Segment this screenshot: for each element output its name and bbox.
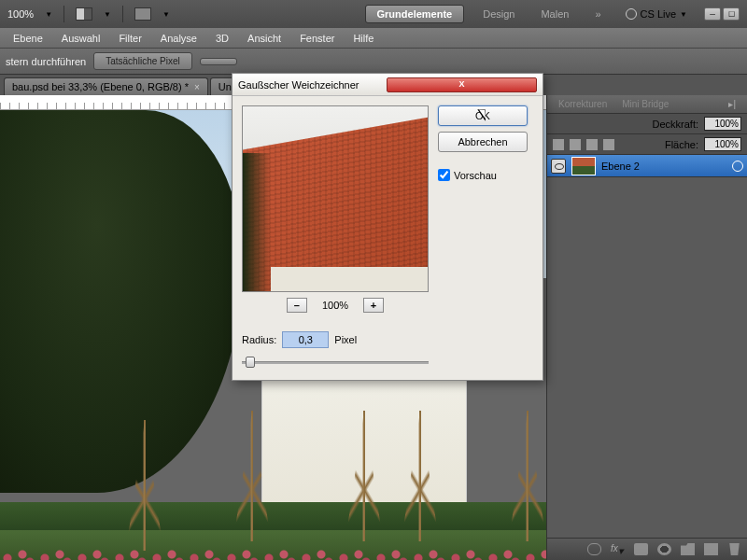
layer-style-icon[interactable]: [732, 161, 743, 172]
menu-bar: Ebene Auswahl Filter Analyse 3D Ansicht …: [0, 28, 747, 49]
menu-ansicht[interactable]: Ansicht: [240, 31, 289, 46]
lock-icon[interactable]: [553, 139, 564, 150]
panel-tab-minibridge[interactable]: Mini Bridge: [614, 97, 676, 111]
actual-pixels-button[interactable]: Tatsächliche Pixel: [93, 52, 191, 70]
group-icon[interactable]: [681, 543, 695, 555]
menu-filter[interactable]: Filter: [111, 31, 148, 46]
document-tab-1[interactable]: bau.psd bei 33,3% (Ebene 0, RGB/8) *×: [4, 77, 208, 95]
close-tab-icon[interactable]: ×: [194, 82, 200, 92]
gaussian-blur-dialog: Gaußscher Weichzeichner X – 100% + Radiu…: [232, 73, 543, 381]
pixel-label: Pixel: [334, 334, 357, 345]
zoom-in-button[interactable]: +: [363, 298, 384, 313]
opacity-input[interactable]: [704, 117, 741, 131]
ok-button[interactable]: OK: [438, 105, 528, 126]
radius-label: Radius:: [242, 334, 276, 345]
slider-thumb[interactable]: [246, 357, 255, 368]
link-icon[interactable]: [587, 543, 601, 555]
preview-checkbox-label: Vorschau: [454, 170, 497, 181]
preview-checkbox[interactable]: [438, 169, 450, 181]
fill-input[interactable]: [704, 137, 741, 151]
options-label: stern durchführen: [6, 56, 86, 67]
preview-zoom: 100%: [322, 300, 348, 311]
layers-footer: fx▾: [547, 538, 747, 560]
lock-pixels-icon[interactable]: [570, 139, 581, 150]
layer-row[interactable]: Ebene 2: [547, 155, 747, 177]
layer-name: Ebene 2: [601, 161, 640, 172]
workspace-design[interactable]: Design: [475, 8, 522, 20]
menu-hilfe[interactable]: Hilfe: [345, 31, 381, 46]
panel-menu-icon[interactable]: ▸|: [721, 97, 743, 111]
new-layer-icon[interactable]: [704, 543, 718, 555]
tab-label: bau.psd bei 33,3% (Ebene 0, RGB/8) *: [12, 81, 189, 92]
screen-mode-icon[interactable]: [76, 7, 92, 21]
maximize-icon[interactable]: ☐: [723, 7, 740, 21]
zoom-level[interactable]: 100%: [7, 8, 34, 20]
adjustment-icon[interactable]: [657, 543, 671, 555]
visibility-icon[interactable]: [551, 159, 566, 174]
fill-label: Fläche:: [665, 139, 698, 150]
cancel-button[interactable]: Abbrechen: [438, 132, 528, 152]
zoom-out-button[interactable]: –: [287, 298, 307, 313]
menu-auswahl[interactable]: Auswahl: [54, 31, 108, 46]
panel-tab-korrekturen[interactable]: Korrekturen: [551, 97, 614, 111]
fx-icon[interactable]: fx▾: [611, 543, 625, 555]
cslive-icon: [626, 8, 637, 20]
minimize-icon[interactable]: ─: [704, 7, 721, 21]
lock-all-icon[interactable]: [603, 139, 614, 150]
filter-preview[interactable]: [242, 105, 429, 292]
close-icon[interactable]: X: [387, 77, 537, 92]
radius-slider[interactable]: [242, 354, 429, 371]
workspace-grundelemente[interactable]: Grundelemente: [365, 5, 465, 23]
mask-icon[interactable]: [634, 543, 648, 555]
zoom-dropdown-icon[interactable]: ▼: [45, 10, 52, 19]
view-mode-icon[interactable]: [134, 7, 151, 21]
opt-button-2[interactable]: [200, 58, 237, 65]
workspace-more[interactable]: »: [587, 8, 608, 20]
layer-thumbnail[interactable]: [571, 157, 596, 175]
lock-position-icon[interactable]: [586, 139, 598, 150]
delete-icon[interactable]: [727, 543, 741, 555]
opacity-label: Deckkraft:: [652, 119, 698, 130]
dialog-titlebar[interactable]: Gaußscher Weichzeichner X: [233, 74, 543, 96]
cslive-button[interactable]: CS Live▼: [620, 8, 693, 20]
preview-checkbox-row[interactable]: Vorschau: [438, 169, 528, 181]
radius-input[interactable]: [282, 331, 329, 348]
menu-3d[interactable]: 3D: [208, 31, 236, 46]
tab-label: Un: [218, 81, 232, 92]
dialog-title: Gaußscher Weichzeichner: [238, 79, 387, 91]
menu-ebene[interactable]: Ebene: [6, 31, 50, 46]
menu-analyse[interactable]: Analyse: [153, 31, 204, 46]
right-panels: Korrekturen Mini Bridge ▸| Deckkraft: Fl…: [546, 95, 747, 560]
workspace-malen[interactable]: Malen: [533, 8, 576, 20]
menu-fenster[interactable]: Fenster: [292, 31, 342, 46]
